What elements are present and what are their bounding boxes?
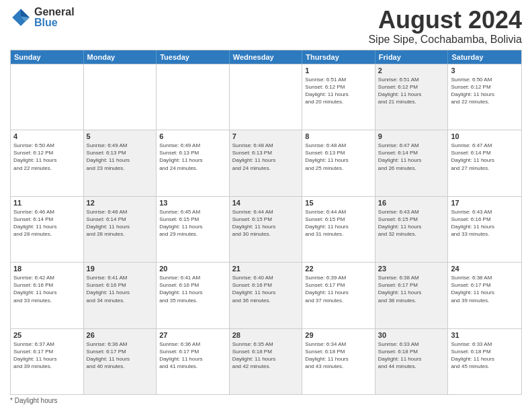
day-number: 9 bbox=[378, 132, 445, 140]
day-number: 21 bbox=[232, 265, 300, 273]
day-info: Sunrise: 6:33 AM Sunset: 6:18 PM Dayligh… bbox=[451, 340, 519, 371]
logo-icon bbox=[10, 7, 32, 28]
day-number: 19 bbox=[87, 265, 154, 273]
cell-w4-d2: 19Sunrise: 6:41 AM Sunset: 6:16 PM Dayli… bbox=[84, 263, 157, 328]
day-info: Sunrise: 6:35 AM Sunset: 6:18 PM Dayligh… bbox=[232, 340, 300, 371]
logo-general-text: General bbox=[34, 7, 75, 17]
cell-w2-d4: 7Sunrise: 6:48 AM Sunset: 6:13 PM Daylig… bbox=[230, 130, 303, 195]
day-number: 31 bbox=[451, 331, 519, 339]
cell-w2-d3: 6Sunrise: 6:49 AM Sunset: 6:13 PM Daylig… bbox=[157, 130, 230, 195]
cell-w4-d4: 21Sunrise: 6:40 AM Sunset: 6:16 PM Dayli… bbox=[230, 263, 303, 328]
day-info: Sunrise: 6:36 AM Sunset: 6:17 PM Dayligh… bbox=[159, 340, 226, 371]
calendar-body: 1Sunrise: 6:51 AM Sunset: 6:12 PM Daylig… bbox=[11, 64, 521, 394]
header-wednesday: Wednesday bbox=[230, 50, 303, 64]
day-info: Sunrise: 6:51 AM Sunset: 6:12 PM Dayligh… bbox=[378, 76, 445, 106]
cell-w4-d6: 23Sunrise: 6:38 AM Sunset: 6:17 PM Dayli… bbox=[375, 263, 449, 328]
header-thursday: Thursday bbox=[302, 50, 375, 64]
title-block: August 2024 Sipe Sipe, Cochabamba, Boliv… bbox=[368, 7, 522, 46]
cell-w3-d6: 16Sunrise: 6:43 AM Sunset: 6:15 PM Dayli… bbox=[375, 197, 449, 262]
title-month: August 2024 bbox=[368, 7, 522, 34]
day-info: Sunrise: 6:43 AM Sunset: 6:16 PM Dayligh… bbox=[451, 208, 519, 238]
day-number: 30 bbox=[378, 331, 445, 339]
day-info: Sunrise: 6:36 AM Sunset: 6:17 PM Dayligh… bbox=[87, 340, 154, 371]
cell-w4-d3: 20Sunrise: 6:41 AM Sunset: 6:16 PM Dayli… bbox=[157, 263, 230, 328]
logo-blue-text: Blue bbox=[34, 17, 75, 28]
day-number: 10 bbox=[451, 132, 519, 140]
cell-w2-d2: 5Sunrise: 6:49 AM Sunset: 6:13 PM Daylig… bbox=[84, 130, 157, 195]
day-info: Sunrise: 6:34 AM Sunset: 6:18 PM Dayligh… bbox=[305, 340, 372, 371]
footer-note-text: Daylight hours bbox=[15, 397, 58, 404]
header-monday: Monday bbox=[84, 50, 157, 64]
day-number: 24 bbox=[451, 265, 519, 273]
day-info: Sunrise: 6:43 AM Sunset: 6:15 PM Dayligh… bbox=[378, 208, 445, 238]
day-info: Sunrise: 6:44 AM Sunset: 6:15 PM Dayligh… bbox=[305, 208, 372, 238]
day-info: Sunrise: 6:49 AM Sunset: 6:13 PM Dayligh… bbox=[159, 142, 226, 172]
day-number: 13 bbox=[159, 199, 226, 207]
logo-text: General Blue bbox=[34, 7, 75, 28]
day-number: 17 bbox=[451, 199, 519, 207]
cell-w5-d1: 25Sunrise: 6:37 AM Sunset: 6:17 PM Dayli… bbox=[11, 329, 84, 394]
week-2: 4Sunrise: 6:50 AM Sunset: 6:12 PM Daylig… bbox=[11, 130, 521, 195]
cell-w1-d2 bbox=[84, 64, 157, 130]
cell-w4-d5: 22Sunrise: 6:39 AM Sunset: 6:17 PM Dayli… bbox=[302, 263, 375, 328]
cell-w3-d3: 13Sunrise: 6:45 AM Sunset: 6:15 PM Dayli… bbox=[157, 197, 230, 262]
cell-w4-d1: 18Sunrise: 6:42 AM Sunset: 6:16 PM Dayli… bbox=[11, 263, 84, 328]
day-info: Sunrise: 6:47 AM Sunset: 6:14 PM Dayligh… bbox=[451, 142, 519, 172]
week-1: 1Sunrise: 6:51 AM Sunset: 6:12 PM Daylig… bbox=[11, 64, 521, 130]
header-tuesday: Tuesday bbox=[157, 50, 230, 64]
day-number: 16 bbox=[378, 199, 445, 207]
cell-w1-d4 bbox=[230, 64, 303, 130]
day-number: 23 bbox=[378, 265, 445, 273]
footer-note: * Daylight hours bbox=[10, 395, 522, 404]
day-info: Sunrise: 6:51 AM Sunset: 6:12 PM Dayligh… bbox=[305, 76, 372, 106]
cell-w5-d7: 31Sunrise: 6:33 AM Sunset: 6:18 PM Dayli… bbox=[448, 329, 521, 394]
day-info: Sunrise: 6:37 AM Sunset: 6:17 PM Dayligh… bbox=[13, 340, 81, 371]
logo: General Blue bbox=[10, 7, 75, 28]
cell-w5-d3: 27Sunrise: 6:36 AM Sunset: 6:17 PM Dayli… bbox=[157, 329, 230, 394]
day-number: 20 bbox=[159, 265, 226, 273]
cell-w4-d7: 24Sunrise: 6:38 AM Sunset: 6:17 PM Dayli… bbox=[448, 263, 521, 328]
day-info: Sunrise: 6:46 AM Sunset: 6:14 PM Dayligh… bbox=[87, 208, 154, 238]
cell-w3-d2: 12Sunrise: 6:46 AM Sunset: 6:14 PM Dayli… bbox=[84, 197, 157, 262]
cell-w2-d1: 4Sunrise: 6:50 AM Sunset: 6:12 PM Daylig… bbox=[11, 130, 84, 195]
page: General Blue August 2024 Sipe Sipe, Coch… bbox=[0, 0, 532, 411]
day-number: 14 bbox=[232, 199, 300, 207]
day-number: 3 bbox=[451, 66, 519, 75]
cell-w3-d1: 11Sunrise: 6:46 AM Sunset: 6:14 PM Dayli… bbox=[11, 197, 84, 262]
calendar: Sunday Monday Tuesday Wednesday Thursday… bbox=[10, 50, 522, 395]
week-5: 25Sunrise: 6:37 AM Sunset: 6:17 PM Dayli… bbox=[11, 328, 521, 394]
cell-w2-d6: 9Sunrise: 6:47 AM Sunset: 6:14 PM Daylig… bbox=[375, 130, 449, 195]
day-number: 27 bbox=[159, 331, 226, 339]
cell-w3-d7: 17Sunrise: 6:43 AM Sunset: 6:16 PM Dayli… bbox=[448, 197, 521, 262]
day-info: Sunrise: 6:41 AM Sunset: 6:16 PM Dayligh… bbox=[87, 274, 154, 304]
day-info: Sunrise: 6:50 AM Sunset: 6:12 PM Dayligh… bbox=[13, 142, 81, 172]
day-info: Sunrise: 6:47 AM Sunset: 6:14 PM Dayligh… bbox=[378, 142, 445, 172]
day-info: Sunrise: 6:44 AM Sunset: 6:15 PM Dayligh… bbox=[232, 208, 300, 238]
cell-w1-d7: 3Sunrise: 6:50 AM Sunset: 6:12 PM Daylig… bbox=[448, 64, 521, 130]
cell-w1-d3 bbox=[157, 64, 230, 130]
day-info: Sunrise: 6:38 AM Sunset: 6:17 PM Dayligh… bbox=[451, 274, 519, 304]
cell-w3-d5: 15Sunrise: 6:44 AM Sunset: 6:15 PM Dayli… bbox=[302, 197, 375, 262]
day-info: Sunrise: 6:48 AM Sunset: 6:13 PM Dayligh… bbox=[232, 142, 300, 172]
header-friday: Friday bbox=[375, 50, 449, 64]
day-number: 15 bbox=[305, 199, 372, 207]
cell-w1-d6: 2Sunrise: 6:51 AM Sunset: 6:12 PM Daylig… bbox=[375, 64, 449, 130]
cell-w2-d5: 8Sunrise: 6:48 AM Sunset: 6:13 PM Daylig… bbox=[302, 130, 375, 195]
day-info: Sunrise: 6:41 AM Sunset: 6:16 PM Dayligh… bbox=[159, 274, 226, 304]
day-info: Sunrise: 6:46 AM Sunset: 6:14 PM Dayligh… bbox=[13, 208, 81, 238]
day-info: Sunrise: 6:48 AM Sunset: 6:13 PM Dayligh… bbox=[305, 142, 372, 172]
day-number: 12 bbox=[87, 199, 154, 207]
day-number: 11 bbox=[13, 199, 81, 207]
day-number: 29 bbox=[305, 331, 372, 339]
cell-w5-d5: 29Sunrise: 6:34 AM Sunset: 6:18 PM Dayli… bbox=[302, 329, 375, 394]
day-number: 6 bbox=[159, 132, 226, 140]
svg-marker-1 bbox=[21, 9, 30, 17]
day-info: Sunrise: 6:45 AM Sunset: 6:15 PM Dayligh… bbox=[159, 208, 226, 238]
header-sunday: Sunday bbox=[11, 50, 84, 64]
day-number: 7 bbox=[232, 132, 300, 140]
header-saturday: Saturday bbox=[448, 50, 521, 64]
day-number: 22 bbox=[305, 265, 372, 273]
day-info: Sunrise: 6:50 AM Sunset: 6:12 PM Dayligh… bbox=[451, 76, 519, 106]
cell-w5-d4: 28Sunrise: 6:35 AM Sunset: 6:18 PM Dayli… bbox=[230, 329, 303, 394]
day-number: 5 bbox=[87, 132, 154, 140]
